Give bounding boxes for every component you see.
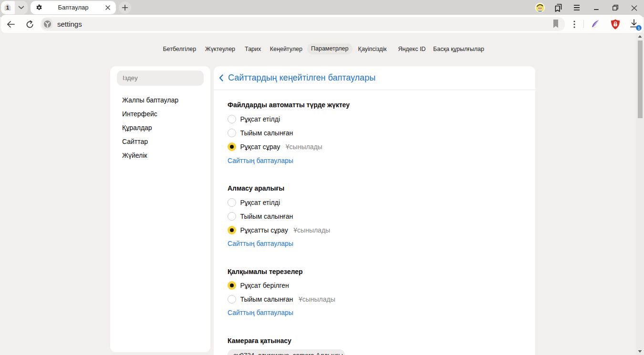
svg-text:1: 1 xyxy=(638,26,640,30)
